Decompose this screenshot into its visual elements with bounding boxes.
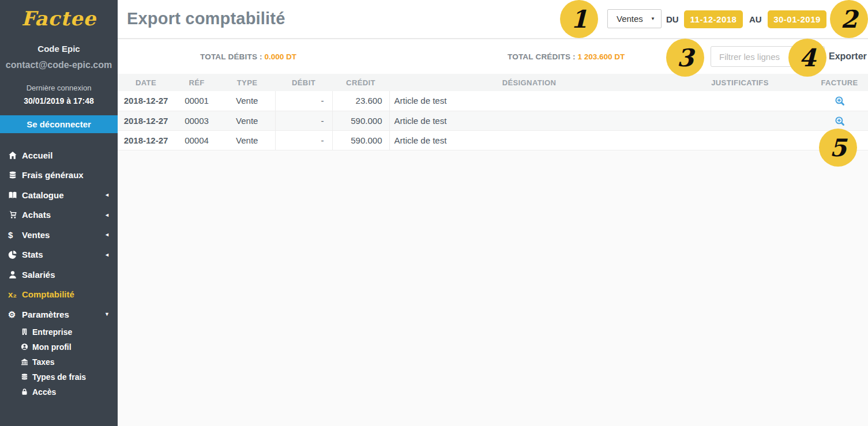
sidebar-item-accueil[interactable]: Accueil <box>0 145 118 165</box>
sidebar-item-stats[interactable]: Stats ◄ <box>0 245 118 265</box>
export-table: DATE RÉF TYPE DÉBIT CRÉDIT DÉSIGNATION J… <box>118 74 868 150</box>
annotation-circle-2: 2 <box>830 0 868 38</box>
table-header-row: DATE RÉF TYPE DÉBIT CRÉDIT DÉSIGNATION J… <box>118 74 868 91</box>
cell-date: 2018-12-27 <box>118 111 174 130</box>
cell-date: 2018-12-27 <box>118 91 174 111</box>
col-header-credit: CRÉDIT <box>332 74 389 91</box>
type-select[interactable]: Ventes ▼ <box>607 9 662 28</box>
dollar-icon: $ <box>8 230 22 240</box>
sidebar: Factee Code Epic contact@code-epic.com D… <box>0 0 118 426</box>
sidebar-item-label: Stats <box>22 250 43 259</box>
date-from-button[interactable]: 11-12-2018 <box>684 10 743 28</box>
cell-credit: 23.600 <box>332 91 389 111</box>
sidebar-item-label: Catalogue <box>22 190 64 200</box>
sidebar-item-salaries[interactable]: Salariés <box>0 265 118 285</box>
cell-type: Vente <box>219 91 275 111</box>
sidebar-item-frais-generaux[interactable]: Frais généraux <box>0 165 118 186</box>
col-header-facture: FACTURE <box>811 74 868 91</box>
cell-debit: - <box>275 130 332 150</box>
cell-date: 2018-12-27 <box>118 130 174 150</box>
sidebar-item-label: Entreprise <box>32 327 72 337</box>
annotation-number: 3 <box>677 44 693 72</box>
sidebar-item-label: Mon profil <box>32 342 72 352</box>
col-header-debit: DÉBIT <box>275 74 332 91</box>
last-login-label: Dernière connexion <box>0 84 118 92</box>
cell-debit: - <box>275 111 332 130</box>
annotation-number: 4 <box>799 44 816 72</box>
du-label: DU <box>666 14 679 24</box>
app-logo: Factee <box>0 0 118 30</box>
sidebar-item-label: Taxes <box>32 357 55 367</box>
annotation-number: 2 <box>840 5 857 33</box>
sidebar-item-label: Paramètres <box>22 310 69 319</box>
page-title: Export comptabilité <box>127 9 285 28</box>
sidebar-item-parametres[interactable]: ⚙ Paramètres ▼ <box>0 304 118 325</box>
sidebar-item-mon-profil[interactable]: Mon profil <box>0 340 118 355</box>
caret-down-icon: ▼ <box>104 311 110 317</box>
sidebar-item-ventes[interactable]: $ Ventes ◄ <box>0 225 118 245</box>
sidebar-item-label: Frais généraux <box>22 170 84 180</box>
cell-debit: - <box>275 91 332 111</box>
cell-ref: 00001 <box>174 91 219 111</box>
sidebar-item-types-de-frais[interactable]: Types de frais <box>0 370 118 384</box>
date-to-button[interactable]: 30-01-2019 <box>768 10 826 28</box>
home-icon <box>8 151 22 160</box>
annotation-circle-1: 1 <box>560 0 598 38</box>
pie-chart-icon <box>8 250 22 259</box>
table-row: 2018-12-27 00003 Vente - 590.000 Article… <box>118 111 868 130</box>
col-header-designation: DÉSIGNATION <box>389 74 669 91</box>
total-credits-value: 1 203.600 DT <box>578 52 625 61</box>
sidebar-item-taxes[interactable]: Taxes <box>0 355 118 370</box>
col-header-ref: RÉF <box>174 74 219 91</box>
zoom-in-icon[interactable] <box>835 116 845 126</box>
last-login-value: 30/01/2019 à 17:48 <box>0 96 118 105</box>
cell-designation: Article de test <box>389 130 669 150</box>
company-name: Code Epic <box>0 44 118 54</box>
sidebar-item-achats[interactable]: Achats ◄ <box>0 205 118 225</box>
export-button[interactable]: Exporter <box>829 51 867 62</box>
cell-designation: Article de test <box>389 91 669 111</box>
main-content: Export comptabilité Ventes ▼ DU 11-12-20… <box>118 0 868 426</box>
user-email: contact@code-epic.com <box>0 60 118 70</box>
caret-left-icon: ◄ <box>104 252 110 258</box>
annotation-number: 1 <box>570 5 587 33</box>
sidebar-item-label: Accès <box>32 387 56 397</box>
coins-icon <box>21 373 32 380</box>
total-credits-label: TOTAL CRÉDITS : <box>508 52 576 61</box>
chevron-down-icon: ▼ <box>651 16 655 21</box>
sidebar-item-catalogue[interactable]: Catalogue ◄ <box>0 185 118 205</box>
annotation-circle-4: 4 <box>788 39 826 77</box>
caret-left-icon: ◄ <box>104 192 110 198</box>
col-header-type: TYPE <box>219 74 275 91</box>
cell-type: Vente <box>219 111 275 130</box>
total-debits: TOTAL DÉBITS : 0.000 DT <box>200 52 296 61</box>
sidebar-item-label: Comptabilité <box>22 289 74 299</box>
cell-credit: 590.000 <box>332 130 389 150</box>
cell-designation: Article de test <box>389 111 669 130</box>
subscript-icon: x₂ <box>8 289 22 299</box>
cell-ref: 00004 <box>174 130 219 150</box>
table-row: 2018-12-27 00004 Vente - 590.000 Article… <box>118 130 868 150</box>
col-header-justificatifs: JUSTIFICATIFS <box>669 74 811 91</box>
totals-bar: TOTAL DÉBITS : 0.000 DT TOTAL CRÉDITS : … <box>118 39 868 74</box>
sidebar-item-acces[interactable]: Accès <box>0 384 118 399</box>
table-row: 2018-12-27 00001 Vente - 23.600 Article … <box>118 91 868 111</box>
logout-button[interactable]: Se déconnecter <box>0 115 118 133</box>
caret-left-icon: ◄ <box>104 232 110 237</box>
cell-facture <box>811 91 868 111</box>
building-icon <box>21 328 32 335</box>
cell-credit: 590.000 <box>332 111 389 130</box>
sidebar-item-label: Ventes <box>22 230 50 240</box>
total-credits: TOTAL CRÉDITS : 1 203.600 DT <box>508 52 625 61</box>
zoom-in-icon[interactable] <box>835 96 845 106</box>
gear-icon: ⚙ <box>8 310 22 319</box>
parametres-submenu: Entreprise Mon profil Taxes <box>0 325 118 399</box>
cell-justificatifs <box>669 130 811 150</box>
type-select-value: Ventes <box>617 14 643 24</box>
cart-icon <box>8 210 22 219</box>
total-debits-value: 0.000 DT <box>265 52 297 61</box>
sidebar-item-entreprise[interactable]: Entreprise <box>0 325 118 340</box>
cell-ref: 00003 <box>174 111 219 130</box>
sidebar-item-comptabilite[interactable]: x₂ Comptabilité <box>0 285 118 305</box>
col-header-date: DATE <box>118 74 174 91</box>
